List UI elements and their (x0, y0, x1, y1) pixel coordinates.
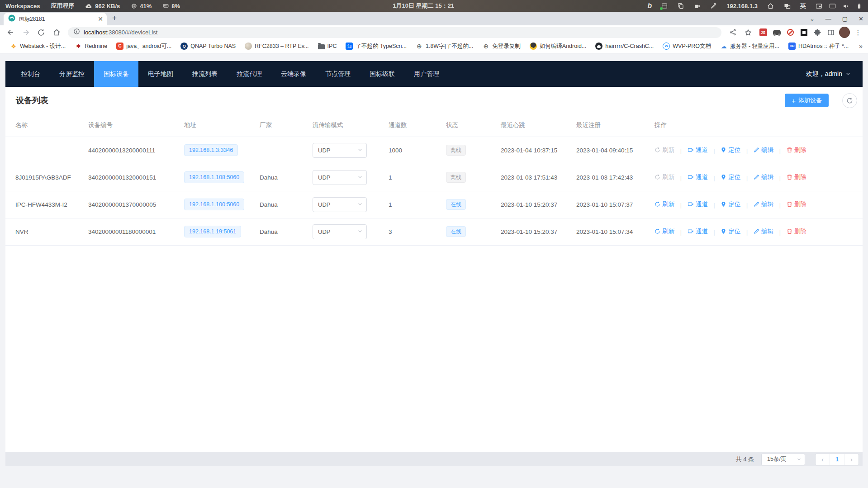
page-size-select[interactable]: 15条/页 (761, 454, 805, 465)
bookmark-item[interactable]: HDHDAtmos :: 种子 *... (785, 41, 852, 52)
nav-item-7[interactable]: 云端录像 (271, 61, 316, 87)
caffeine-tray-icon[interactable] (693, 2, 701, 10)
nav-item-9[interactable]: 国标级联 (360, 61, 404, 87)
delete-action[interactable]: 删除 (787, 146, 806, 154)
window-maximize-icon[interactable]: ▢ (842, 16, 848, 22)
table-row: NVR 34020000001180000001 192.168.1.19:50… (5, 218, 863, 245)
stream-mode-select[interactable]: UDP (313, 143, 367, 158)
js-extension-icon[interactable]: JS (758, 27, 768, 38)
tab-close-icon[interactable]: ✕ (98, 16, 103, 22)
locate-action[interactable]: 定位 (721, 200, 740, 208)
bookmark-item[interactable]: 知了不起的 TypeScri... (342, 41, 410, 52)
delete-action[interactable]: 删除 (787, 200, 806, 208)
nav-item-8[interactable]: 节点管理 (316, 61, 360, 87)
applications-menu[interactable]: 应用程序 (51, 2, 74, 10)
back-icon[interactable] (5, 27, 16, 38)
bookmark-item[interactable]: hairrrrr/C-CrashC... (592, 41, 657, 51)
bookmark-item[interactable]: WWVP-PRO文档 (659, 41, 715, 52)
channels-action[interactable]: 通道 (688, 146, 708, 154)
workspaces-button[interactable]: Workspaces (5, 3, 40, 9)
window-close-icon[interactable]: ✕ (859, 16, 863, 22)
locate-action[interactable]: 定位 (721, 173, 740, 181)
site-info-icon[interactable] (73, 28, 80, 37)
nav-item-5[interactable]: 推流列表 (183, 61, 227, 87)
nav-item-10[interactable]: 用户管理 (404, 61, 449, 87)
tab-search-icon[interactable]: ⌄ (810, 16, 815, 22)
screen-share-icon[interactable] (815, 2, 823, 10)
workspaces-tray-icon[interactable] (783, 2, 791, 10)
refresh-action[interactable]: 刷新 (655, 173, 674, 181)
display-icon[interactable] (829, 2, 836, 10)
screenshot-extension-icon[interactable] (798, 27, 809, 38)
car-extension-icon[interactable] (771, 27, 782, 38)
forward-icon[interactable] (20, 27, 32, 38)
bing-tray-icon[interactable]: b (648, 2, 652, 9)
locate-action[interactable]: 定位 (721, 227, 740, 236)
new-tab-button[interactable]: + (112, 14, 117, 22)
refresh-list-button[interactable] (842, 93, 857, 108)
nav-item-1[interactable]: 控制台 (12, 61, 50, 87)
nav-item-2[interactable]: 分屏监控 (50, 61, 94, 87)
app-indicator-icon[interactable] (661, 2, 668, 9)
clock[interactable]: 1月10日 星期二 15：21 (393, 2, 454, 10)
bookmark-label: QNAP Turbo NAS (190, 43, 236, 49)
clipboard-tray-icon[interactable] (677, 2, 684, 9)
extensions-puzzle-icon[interactable] (812, 27, 823, 38)
window-minimize-icon[interactable]: — (825, 16, 831, 22)
operations-cell: 刷新 | 通道 | 定位 | 编辑 | 删除 (645, 191, 863, 218)
bookmark-item[interactable]: ☁服务器 - 轻量应用... (716, 41, 783, 52)
add-device-button[interactable]: + 添加设备 (785, 94, 829, 107)
browser-menu-icon[interactable]: ⋮ (853, 27, 863, 38)
stream-mode-select[interactable]: UDP (313, 170, 367, 185)
bookmark-item[interactable]: RFC2833 – RTP Ev... (241, 41, 313, 51)
bookmark-item[interactable]: ✱Redmine (71, 41, 111, 51)
share-icon[interactable] (727, 27, 739, 38)
delete-action[interactable]: 删除 (787, 227, 806, 236)
delete-action[interactable]: 删除 (787, 173, 806, 181)
volume-icon[interactable] (842, 2, 850, 10)
home-icon[interactable] (51, 27, 62, 38)
stream-mode-select[interactable]: UDP (313, 197, 367, 212)
ip-address-indicator[interactable]: 192.168.1.3 (726, 3, 758, 9)
browser-tab[interactable]: 国标28181 ✕ (4, 13, 107, 25)
bookmark-item[interactable]: ⊕1.8W字|了不起的... (412, 41, 477, 52)
nav-item-6[interactable]: 拉流代理 (227, 61, 271, 87)
channels-action[interactable]: 通道 (688, 200, 708, 208)
reload-icon[interactable] (35, 27, 47, 38)
edit-action[interactable]: 编辑 (754, 200, 773, 208)
channels-action[interactable]: 通道 (688, 173, 708, 181)
bookmark-item[interactable]: IPC (314, 42, 341, 51)
next-page-button[interactable]: › (844, 454, 859, 465)
profile-avatar[interactable] (839, 27, 850, 38)
nav-item-3[interactable]: 国标设备 (94, 61, 138, 87)
bookmarks-overflow-icon[interactable]: » (859, 43, 863, 50)
bookmark-item[interactable]: 如何编译Android... (526, 41, 590, 52)
refresh-action[interactable]: 刷新 (655, 227, 674, 236)
edit-action[interactable]: 编辑 (754, 227, 773, 236)
address-bar[interactable]: localhost:38080/#/deviceList (68, 27, 721, 38)
bookmark-item[interactable]: Cjava、android可... (113, 41, 175, 52)
refresh-action[interactable]: 刷新 (655, 200, 674, 208)
battery-icon[interactable] (856, 2, 863, 10)
channels-action[interactable]: 通道 (688, 227, 708, 236)
color-picker-tray-icon[interactable] (710, 2, 717, 9)
edit-action[interactable]: 编辑 (754, 146, 773, 154)
refresh-action[interactable]: 刷新 (655, 146, 674, 154)
current-page[interactable]: 1 (830, 454, 844, 465)
locate-action[interactable]: 定位 (721, 146, 740, 154)
zhihu-icon: 知 (346, 43, 353, 50)
input-method-indicator[interactable]: 英 (800, 2, 806, 10)
bookmark-star-icon[interactable] (742, 27, 754, 38)
channel-count-cell: 1 (379, 191, 436, 218)
home-tray-icon[interactable] (767, 2, 774, 10)
adblock-extension-icon[interactable] (785, 27, 796, 38)
bookmark-item[interactable]: QQNAP Turbo NAS (177, 41, 239, 51)
user-menu[interactable]: 欢迎，admin (806, 70, 851, 78)
nav-item-4[interactable]: 电子地图 (138, 61, 183, 87)
edit-action[interactable]: 编辑 (754, 173, 773, 181)
side-panel-icon[interactable] (825, 27, 836, 38)
stream-mode-select[interactable]: UDP (313, 224, 367, 239)
bookmark-item[interactable]: ⊕免登录复制 (479, 41, 524, 52)
prev-page-button[interactable]: ‹ (816, 454, 830, 465)
bookmark-item[interactable]: ❖Webstack - 设计... (6, 41, 69, 52)
